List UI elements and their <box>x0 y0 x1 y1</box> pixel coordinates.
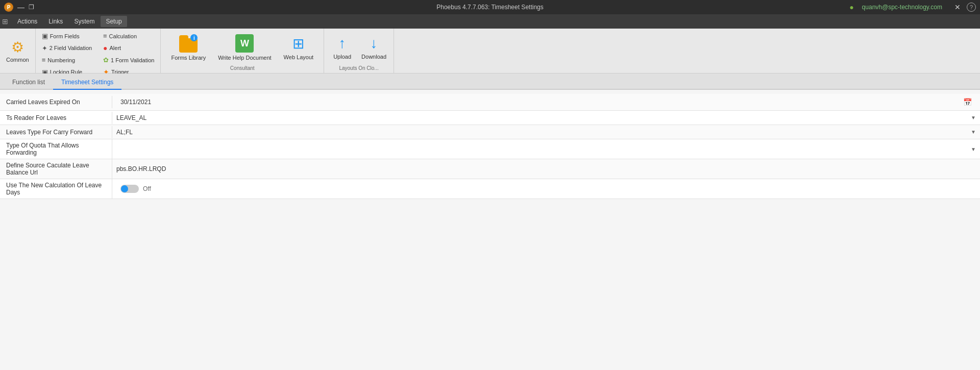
toolbar: ⚙ Common ▣ Form Fields ≡ Calculation ✦ 2… <box>0 29 980 73</box>
form-row-carried-leaves: Carried Leaves Expired On 30/11/2021 📅 <box>0 94 980 111</box>
help-btn[interactable]: ? <box>967 3 976 12</box>
form-row-define-source: Define Source Caculate Leave Balance Url <box>0 159 980 179</box>
tab-timesheet-settings[interactable]: Timesheet Settings <box>53 76 121 90</box>
numbering-btn[interactable]: ≡ Numbering <box>39 55 96 65</box>
form-validation-label: 1 Form Validation <box>111 57 154 63</box>
form-fields-icon: ▣ <box>42 32 48 40</box>
user-icon: ● <box>849 3 853 11</box>
toggle-container: Off <box>116 182 155 195</box>
upload-btn[interactable]: ↑ Upload <box>328 33 356 62</box>
new-calc-value: Off <box>112 180 980 198</box>
define-source-label: Define Source Caculate Leave Balance Url <box>0 159 112 179</box>
define-source-value <box>112 163 980 175</box>
field-validation-label: 2 Field Validation <box>50 45 92 51</box>
upload-icon: ↑ <box>339 35 346 52</box>
common-icon: ⚙ <box>11 39 24 56</box>
quota-label: Type Of Quota That Allows Forwarding <box>0 139 112 159</box>
leaves-type-label: Leaves Type For Carry Forward <box>0 126 112 138</box>
toggle-label: Off <box>143 185 151 192</box>
ts-reader-select[interactable]: LEAVE_AL <box>112 112 980 124</box>
field-validation-icon: ✦ <box>42 44 47 52</box>
quota-select[interactable] <box>112 143 980 155</box>
download-label: Download <box>361 54 386 60</box>
define-source-input[interactable] <box>116 165 976 172</box>
consultant-buttons: i Forms Library W Write Help Document ⊞ … <box>167 31 317 64</box>
restore-btn[interactable]: ❐ <box>29 4 34 11</box>
write-help-btn[interactable]: W Write Help Document <box>214 32 275 63</box>
layouts-buttons: ↑ Upload ↓ Download <box>328 31 389 64</box>
form-content: Carried Leaves Expired On 30/11/2021 📅 T… <box>0 90 980 203</box>
toolbar-layouts: ↑ Upload ↓ Download Layouts On Clo... <box>324 29 394 73</box>
quota-wrapper: ▼ <box>112 143 980 155</box>
new-calc-label: Use The New Calculation Of Leave Days <box>0 179 112 199</box>
username: quanvh@spc-technology.com <box>862 4 942 11</box>
calendar-icon[interactable]: 📅 <box>959 98 976 106</box>
carried-leaves-label: Carried Leaves Expired On <box>0 96 112 108</box>
tab-function-list[interactable]: Function list <box>4 76 53 90</box>
numbering-icon: ≡ <box>42 56 46 64</box>
form-fields-btn[interactable]: ▣ Form Fields <box>39 31 96 41</box>
forms-library-label: Forms Library <box>171 55 206 61</box>
consultant-label: Consultant <box>230 64 255 71</box>
menu-system[interactable]: System <box>69 16 100 27</box>
close-btn[interactable]: ✕ <box>954 3 961 11</box>
download-btn[interactable]: ↓ Download <box>358 33 389 62</box>
app-logo: P <box>4 3 13 12</box>
numbering-label: Numbering <box>47 57 75 63</box>
web-layout-label: Web Layout <box>284 54 314 60</box>
ts-reader-wrapper: LEAVE_AL ▼ <box>112 112 980 124</box>
grid-icon[interactable]: ⊞ <box>2 17 8 26</box>
toolbar-consultant: i Forms Library W Write Help Document ⊞ … <box>161 29 324 73</box>
menu-actions[interactable]: Actions <box>12 16 42 27</box>
common-label: Common <box>6 57 29 63</box>
menu-setup[interactable]: Setup <box>101 16 127 27</box>
title-bar: P — ❐ Phoebus 4.7.7.063: Timesheet Setti… <box>0 0 980 14</box>
ts-reader-label: Ts Reader For Leaves <box>0 112 112 124</box>
write-help-icon: W <box>235 34 254 53</box>
form-row-quota: Type Of Quota That Allows Forwarding ▼ <box>0 139 980 159</box>
form-row-leaves-type: Leaves Type For Carry Forward AL;FL ▼ <box>0 125 980 139</box>
web-layout-btn[interactable]: ⊞ Web Layout <box>280 33 318 62</box>
toolbar-common: ⚙ Common <box>0 29 36 73</box>
content-area: Function list Timesheet Settings Carried… <box>0 73 980 370</box>
toggle-knob <box>121 185 128 192</box>
new-calc-toggle[interactable] <box>120 185 139 193</box>
alert-icon: ● <box>103 44 107 52</box>
leaves-type-select[interactable]: AL;FL <box>112 126 980 138</box>
minimize-btn[interactable]: — <box>17 3 24 11</box>
calculation-label: Calculation <box>109 33 137 39</box>
forms-library-btn[interactable]: i Forms Library <box>167 32 210 63</box>
alert-label: Alert <box>109 45 121 51</box>
download-icon: ↓ <box>371 35 378 52</box>
toolbar-rules: ▣ Form Fields ≡ Calculation ✦ 2 Field Va… <box>36 29 161 73</box>
form-validation-icon: ✿ <box>103 56 109 64</box>
app-title: Phoebus 4.7.7.063: Timesheet Settings <box>436 4 543 11</box>
calculation-btn[interactable]: ≡ Calculation <box>100 31 157 41</box>
form-fields-label: Form Fields <box>50 33 80 39</box>
upload-label: Upload <box>333 54 351 60</box>
web-layout-icon: ⊞ <box>292 35 304 52</box>
tab-bar: Function list Timesheet Settings <box>0 73 980 90</box>
forms-library-icon: i <box>179 34 198 53</box>
layouts-label: Layouts On Clo... <box>328 64 389 71</box>
write-help-label: Write Help Document <box>218 55 271 61</box>
carried-leaves-value: 30/11/2021 📅 <box>112 94 980 110</box>
field-validation-btn[interactable]: ✦ 2 Field Validation <box>39 42 96 54</box>
form-row-ts-reader: Ts Reader For Leaves LEAVE_AL ▼ <box>0 111 980 125</box>
alert-btn[interactable]: ● Alert <box>100 42 157 54</box>
calculation-icon: ≡ <box>103 32 107 40</box>
menu-bar: ⊞ Actions Links System Setup <box>0 14 980 29</box>
rules-grid: ▣ Form Fields ≡ Calculation ✦ 2 Field Va… <box>39 31 158 78</box>
menu-links[interactable]: Links <box>43 16 68 27</box>
leaves-type-wrapper: AL;FL ▼ <box>112 126 980 138</box>
form-validation-btn[interactable]: ✿ 1 Form Validation <box>100 55 157 65</box>
form-row-new-calc: Use The New Calculation Of Leave Days Of… <box>0 179 980 199</box>
carried-leaves-date[interactable]: 30/11/2021 <box>116 96 959 108</box>
